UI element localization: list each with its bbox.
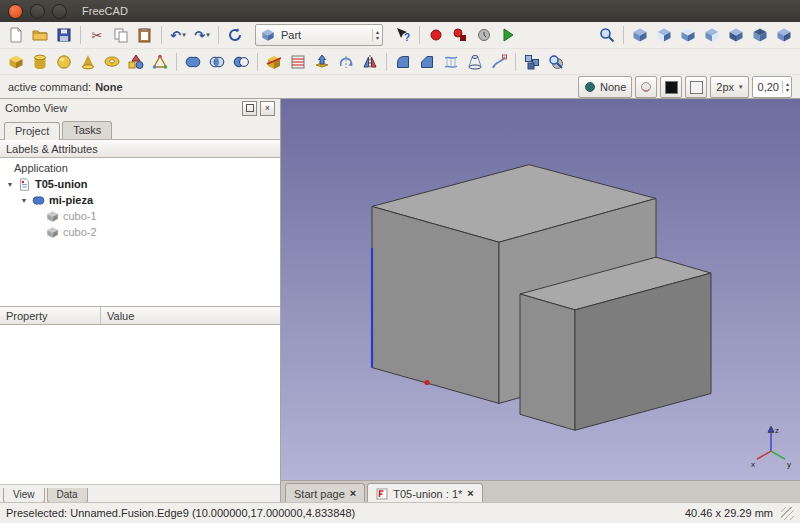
part-primitives-button[interactable] (124, 50, 148, 74)
cross-sections-button[interactable] (286, 50, 310, 74)
close-icon[interactable]: × (350, 488, 356, 499)
shape-builder-button[interactable] (148, 50, 172, 74)
close-icon[interactable]: × (467, 488, 473, 499)
appearance-sphere-icon (640, 81, 652, 93)
tree-item-application[interactable]: Application (0, 160, 280, 176)
spin-arrows[interactable]: ▴▾ (782, 81, 789, 93)
face-color-swatch[interactable] (660, 76, 682, 98)
macros-dialog-button[interactable] (472, 23, 496, 47)
point-size-spinbox[interactable]: 0,20 ▴▾ (752, 76, 792, 98)
part-toolbar (0, 48, 800, 75)
window-maximize-button[interactable] (52, 4, 67, 19)
part-cylinder-button[interactable] (28, 50, 52, 74)
tree-item-cube2[interactable]: cubo-2 (0, 224, 280, 240)
tab-project[interactable]: Project (4, 122, 60, 140)
line-color-swatch[interactable] (685, 76, 707, 98)
dock-bottom-tabs: View Data (0, 484, 280, 503)
preselection-status: Preselected: Unnamed.Fusion.Edge9 (10.00… (6, 507, 685, 519)
part-sphere-button[interactable] (52, 50, 76, 74)
tree-item-fusion[interactable]: ▼ mi-pieza (0, 192, 280, 208)
boolean-cut-button[interactable] (229, 50, 253, 74)
copy-button[interactable] (109, 23, 133, 47)
section-button[interactable] (262, 50, 286, 74)
tab-tasks[interactable]: Tasks (62, 121, 112, 139)
whats-this-button[interactable]: ? (391, 23, 415, 47)
view-bottom-button[interactable] (748, 23, 772, 47)
cut-icon: ✂ (92, 29, 103, 42)
expander-icon[interactable]: ▼ (20, 197, 28, 204)
macro-record-button[interactable] (424, 23, 448, 47)
expander-icon[interactable]: ▼ (6, 181, 14, 188)
tree-item-document[interactable]: ▼ T05-union (0, 176, 280, 192)
redo-button[interactable]: ↷▾ (190, 23, 214, 47)
resize-grip[interactable] (781, 507, 794, 520)
highlighted-vertex[interactable] (424, 380, 429, 385)
fillet-icon (395, 54, 411, 70)
extrude-button[interactable] (310, 50, 334, 74)
new-file-icon (8, 27, 24, 43)
paste-button[interactable] (133, 23, 157, 47)
check-geometry-button[interactable] (544, 50, 568, 74)
tab-start-page[interactable]: Start page × (285, 483, 365, 503)
compound-button[interactable] (520, 50, 544, 74)
line-width-select[interactable]: 2px ▾ (710, 76, 748, 98)
save-document-button[interactable] (52, 23, 76, 47)
sweep-button[interactable] (487, 50, 511, 74)
revolve-button[interactable] (334, 50, 358, 74)
dock-float-button[interactable] (242, 101, 257, 116)
window-close-button[interactable] (8, 4, 23, 19)
chamfer-button[interactable] (415, 50, 439, 74)
part-box-button[interactable] (4, 50, 28, 74)
view-top-button[interactable] (676, 23, 700, 47)
tab-data[interactable]: Data (47, 488, 88, 503)
revolve-icon (338, 54, 354, 70)
open-document-button[interactable] (28, 23, 52, 47)
boolean-common-button[interactable] (205, 50, 229, 74)
3d-scene[interactable]: x y z (281, 99, 800, 480)
part-torus-button[interactable] (100, 50, 124, 74)
check-geometry-icon (548, 54, 564, 70)
view-axonometric-button[interactable] (628, 23, 652, 47)
loft-icon (467, 54, 483, 70)
mirror-button[interactable] (358, 50, 382, 74)
labels-attributes-label: Labels & Attributes (6, 143, 98, 155)
refresh-icon (227, 27, 243, 43)
part-cone-button[interactable] (76, 50, 100, 74)
boolean-union-button[interactable] (181, 50, 205, 74)
new-document-button[interactable] (4, 23, 28, 47)
ruled-surface-button[interactable] (439, 50, 463, 74)
extrude-icon (314, 54, 330, 70)
macro-execute-button[interactable] (496, 23, 520, 47)
view-front-button[interactable] (652, 23, 676, 47)
fillet-button[interactable] (391, 50, 415, 74)
open-folder-icon (32, 27, 48, 43)
appearance-button[interactable] (635, 76, 657, 98)
common-icon (209, 54, 225, 70)
tab-document[interactable]: T05-union : 1* × (367, 483, 483, 503)
bottom-view-cube-icon (752, 27, 768, 43)
copy-icon (113, 27, 129, 43)
toolbar-separator (419, 26, 420, 44)
refresh-button[interactable] (223, 23, 247, 47)
dock-close-button[interactable]: × (260, 101, 275, 116)
zoom-fit-button[interactable] (595, 23, 619, 47)
tab-view[interactable]: View (3, 488, 45, 503)
axonometric-cube-icon (632, 27, 648, 43)
macro-stop-button[interactable] (448, 23, 472, 47)
tree-item-cube1[interactable]: cubo-1 (0, 208, 280, 224)
draw-style-button[interactable]: None (578, 76, 632, 98)
3d-viewport[interactable]: x y z (281, 99, 800, 480)
view-rear-button[interactable] (724, 23, 748, 47)
undo-button[interactable]: ↶▾ (166, 23, 190, 47)
mirror-icon (362, 54, 378, 70)
freecad-window: FreeCAD ✂ ↶▾ ↷▾ Part ▴▾ ? (0, 0, 800, 523)
window-minimize-button[interactable] (30, 4, 45, 19)
loft-button[interactable] (463, 50, 487, 74)
combo-view-title: Combo View (5, 102, 239, 114)
view-right-button[interactable] (700, 23, 724, 47)
model-slab-front-face[interactable] (520, 294, 575, 430)
workbench-selector[interactable]: Part ▴▾ (255, 24, 383, 46)
macro-record-icon (428, 27, 444, 43)
cut-button[interactable]: ✂ (85, 23, 109, 47)
view-left-button[interactable] (772, 23, 796, 47)
